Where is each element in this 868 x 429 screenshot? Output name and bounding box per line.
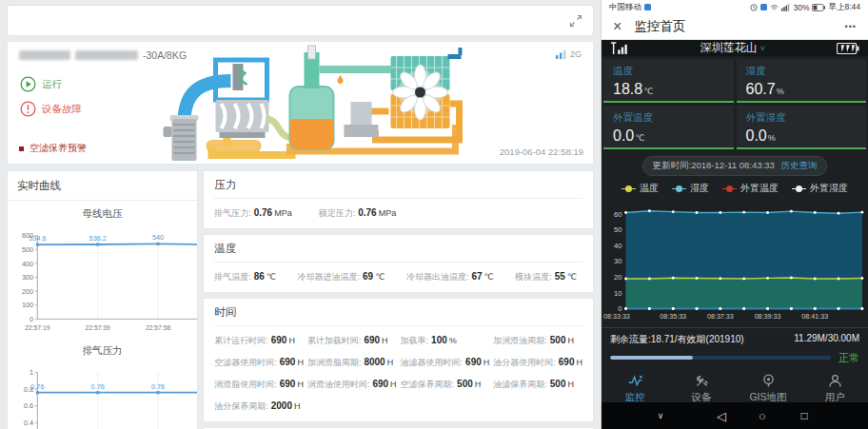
status-fault[interactable]: 设备故障: [20, 101, 82, 117]
svg-text:50: 50: [614, 225, 622, 234]
svg-text:0: 0: [30, 315, 33, 323]
legend-item[interactable]: 外置温度: [722, 182, 779, 195]
svg-text:1: 1: [30, 368, 33, 377]
temperature-metric: 冷却器进油温度:69℃: [298, 271, 385, 283]
time-metric: 加载率:100%: [401, 335, 490, 347]
status-fault-label: 设备故障: [42, 103, 82, 116]
history-query-link[interactable]: 历史查询: [780, 160, 817, 170]
svg-text:400: 400: [22, 260, 33, 268]
pressure-metric: 排气压力:0.76MPa: [214, 207, 292, 220]
play-circle-icon: [20, 76, 36, 92]
bottom-nav: 监控 设备 GIS地图 用户: [602, 369, 868, 402]
notification-app-icon: [760, 4, 767, 10]
time-metric: 油分器使用时间:690H: [493, 357, 582, 369]
wifi-icon: [770, 4, 779, 11]
svg-text:22:57:58: 22:57:58: [146, 324, 171, 331]
svg-text:60: 60: [614, 210, 622, 219]
site-selector[interactable]: 深圳莲花山˅: [629, 40, 837, 56]
svg-text:08:35:33: 08:35:33: [660, 313, 686, 321]
time-metric: 空滤保养周期:500H: [401, 379, 490, 391]
svg-text:0.6: 0.6: [24, 401, 33, 410]
metric-card-humidity: 湿度 60.7%: [737, 59, 867, 103]
desktop-topbar: [7, 5, 594, 36]
pressure-metric: 额定压力:0.76MPa: [319, 207, 397, 220]
legend-marker-icon: [672, 185, 686, 192]
hide-nav-chevron-icon[interactable]: ∨: [658, 411, 664, 420]
time-metric: 空滤器使用时间:690H: [214, 357, 304, 369]
nav-item-gis-map[interactable]: GIS地图: [735, 373, 801, 402]
svg-text:10: 10: [614, 289, 622, 298]
svg-text:500: 500: [22, 245, 33, 254]
svg-text:22:57:19: 22:57:19: [25, 324, 50, 331]
redacted-company-name: [19, 50, 70, 60]
metric-card-ext-temperature: 外置温度 0.0℃: [603, 106, 734, 149]
svg-text:08:41:33: 08:41:33: [801, 313, 828, 321]
nav-item-devices[interactable]: 设备: [668, 373, 735, 402]
nav-item-user[interactable]: 用户: [801, 373, 868, 402]
data-usage-panel: 剩余流量:18.71/有效期(201910) 11.29M/30.00M 正常: [602, 327, 868, 369]
signal-bars-icon: [556, 49, 567, 59]
legend-item[interactable]: 温度: [621, 182, 659, 195]
mobile-header: × 监控首页 •••: [602, 14, 868, 40]
temperature-metric: 模块温度:55℃: [515, 271, 577, 283]
tools-icon: [694, 373, 710, 389]
update-row: 更新时间:2018-12-11 08:43:33 历史查询: [602, 155, 868, 176]
exhaust-pressure-chart-title: 排气压力: [8, 344, 197, 358]
user-icon: [827, 373, 843, 389]
antenna-signal-icon: [610, 42, 629, 55]
metric-grid: 温度 18.8℃ 湿度 60.7% 外置温度 0.0℃ 外置湿度 0.0%: [602, 56, 868, 149]
telemetry-sections: 压力 排气压力:0.76MPa 额定压力:0.76MPa 温度 排气: [203, 170, 594, 429]
usage-progress-bar: [610, 356, 831, 360]
mobile-statusbar: 中国移动 30% 早上8:44: [602, 0, 868, 14]
legend-item[interactable]: 湿度: [672, 182, 709, 195]
device-card: -30A/8KG 2G 运行: [7, 41, 594, 166]
close-icon[interactable]: ×: [613, 19, 621, 34]
svg-text:30: 30: [614, 257, 622, 265]
time-metric: 累计加载时间:690H: [307, 335, 397, 347]
page-title: 监控首页: [634, 18, 844, 35]
legend-marker-icon: [792, 185, 806, 192]
svg-text:0.4: 0.4: [24, 419, 33, 427]
realtime-curves-card: 实时曲线 母线电压 0100200300400500600534.6536.25…: [7, 170, 198, 429]
time-metric: 加润滑油周期:500H: [493, 335, 582, 347]
svg-text:0.76: 0.76: [151, 382, 165, 391]
svg-text:08:39:33: 08:39:33: [755, 313, 781, 321]
mobile-body: 深圳莲花山˅ 温度 18.8℃ 湿度 60.7% 外置温度: [602, 40, 868, 402]
fullscreen-icon[interactable]: [569, 14, 582, 28]
metric-card-ext-humidity: 外置湿度 0.0%: [737, 106, 867, 149]
temperature-metric: 冷却器出油温度:67℃: [406, 271, 494, 283]
battery-percent-label: 30%: [793, 3, 809, 12]
alert-circle-icon: [20, 101, 36, 117]
svg-text:20: 20: [614, 273, 622, 282]
network-type-label: 2G: [570, 49, 582, 59]
chevron-down-icon: ˅: [760, 44, 765, 53]
legend-item[interactable]: 外置湿度: [792, 182, 848, 195]
bus-voltage-chart-title: 母线电压: [8, 207, 197, 221]
update-time-pill: 更新时间:2018-12-11 08:43:33 历史查询: [642, 156, 828, 176]
mobile-panel: 中国移动 30% 早上8:44 × 监控首页 •••: [602, 0, 868, 429]
android-home-button[interactable]: ○: [759, 409, 766, 423]
site-name: 深圳莲花山: [700, 41, 758, 54]
svg-text:534.6: 534.6: [29, 234, 46, 243]
section-pressure-title: 压力: [214, 178, 582, 199]
time-metric: 润滑脂使用时间:690H: [214, 379, 304, 391]
more-menu-icon[interactable]: •••: [845, 22, 857, 31]
time-metric: 润滑油使用时间:690H: [307, 379, 397, 391]
time-metric: 累计运行时间:690H: [214, 335, 304, 347]
android-back-button[interactable]: ◁: [717, 409, 726, 423]
chart-legend: 温度 湿度: [602, 182, 868, 195]
svg-text:0.76: 0.76: [30, 382, 44, 391]
maintenance-warning[interactable]: 空滤保养预警: [19, 142, 87, 155]
nav-item-monitor[interactable]: 监控: [602, 373, 668, 402]
svg-text:536.2: 536.2: [89, 234, 107, 243]
bus-voltage-chart: 0100200300400500600534.6536.2540534.322:…: [8, 221, 198, 338]
update-time-label: 更新时间:2018-12-11 08:43:33: [653, 160, 775, 170]
status-running[interactable]: 运行: [20, 76, 62, 92]
android-recents-button[interactable]: □: [800, 409, 807, 422]
svg-text:08:37:33: 08:37:33: [707, 313, 734, 321]
alarm-clock-icon: [750, 4, 758, 11]
temperature-metric: 排气温度:86℃: [214, 271, 276, 283]
site-selector-bar: 深圳莲花山˅: [602, 40, 868, 56]
sim-icon: [644, 4, 651, 10]
usage-progress-fill: [610, 356, 693, 360]
